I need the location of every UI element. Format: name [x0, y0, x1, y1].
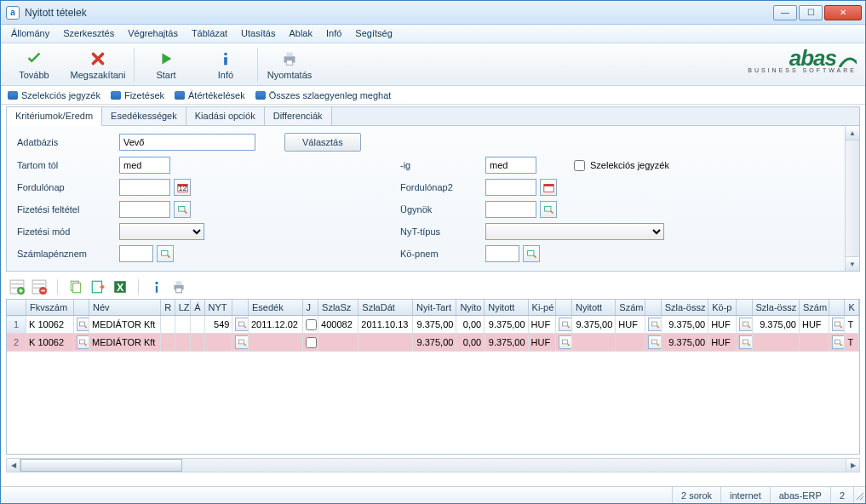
- grid-print-icon[interactable]: [171, 279, 186, 295]
- column-header[interactable]: Fkvszám: [26, 300, 73, 316]
- column-header[interactable]: SzlaSz: [318, 300, 358, 316]
- tab-differenciak[interactable]: Differenciák: [265, 107, 332, 125]
- cell-lookup-icon[interactable]: [559, 335, 571, 349]
- cell-lookup-icon[interactable]: [77, 318, 89, 331]
- cell-checkbox[interactable]: [306, 319, 317, 330]
- column-header[interactable]: LZ: [175, 300, 190, 316]
- menu-utasitas[interactable]: Utasítás: [234, 25, 282, 43]
- tab-kiadasi[interactable]: Kiadási opciók: [186, 107, 265, 125]
- close-button[interactable]: ✕: [824, 5, 862, 20]
- cell-lookup-icon[interactable]: [739, 318, 752, 331]
- cell-checkbox[interactable]: [306, 337, 317, 348]
- column-header[interactable]: [556, 300, 571, 316]
- data-grid[interactable]: FkvszámNévRLZÁNYTEsedékJSzlaSzSzlaDátNyi…: [6, 299, 860, 455]
- cell-lookup-icon[interactable]: [832, 318, 845, 331]
- menu-info[interactable]: Infó: [319, 25, 348, 43]
- column-header[interactable]: Nyitott: [485, 300, 528, 316]
- column-header[interactable]: Esedék: [248, 300, 302, 316]
- maximize-button[interactable]: ☐: [799, 5, 823, 20]
- tab-kriteriumok[interactable]: Kritériumok/Eredm: [7, 107, 102, 126]
- input-ugynok[interactable]: [485, 201, 536, 218]
- column-header[interactable]: Nyito: [456, 300, 485, 316]
- column-header[interactable]: [737, 300, 752, 316]
- cell-lookup-icon[interactable]: [648, 335, 661, 349]
- column-header[interactable]: K: [845, 300, 859, 316]
- lookup-icon[interactable]: [174, 201, 191, 218]
- menu-ablak[interactable]: Ablak: [282, 25, 319, 43]
- column-header[interactable]: [829, 300, 844, 316]
- column-header[interactable]: [645, 300, 661, 316]
- resize-grip-icon[interactable]: [853, 487, 865, 503]
- column-header[interactable]: [7, 300, 26, 316]
- menu-szerkesztes[interactable]: Szerkesztés: [56, 25, 121, 43]
- table-row[interactable]: 1K 10062MEDIÁTOR Kft5492011.12.024000822…: [7, 316, 859, 334]
- grid-copy-icon[interactable]: [68, 279, 83, 295]
- cell-lookup-icon[interactable]: [559, 318, 571, 331]
- toolbar-abort[interactable]: Megszakítani: [64, 45, 132, 84]
- column-header[interactable]: SzlaDát: [358, 300, 413, 316]
- calendar-icon[interactable]: [540, 179, 557, 196]
- lookup-icon[interactable]: [157, 245, 174, 262]
- toolbar-print[interactable]: Nyomtatás: [260, 45, 319, 84]
- grid-excel-icon[interactable]: X: [112, 279, 128, 295]
- lookup-icon[interactable]: [523, 245, 540, 262]
- cell-lookup-icon[interactable]: [739, 335, 752, 349]
- input-ko-pnem[interactable]: [485, 245, 519, 262]
- cell-lookup-icon[interactable]: [648, 318, 661, 331]
- input-tartom-tol[interactable]: [119, 157, 170, 174]
- link-szelekcio[interactable]: Szelekciós jegyzék: [8, 90, 100, 100]
- tab-esedekessegek[interactable]: Esedékességek: [102, 107, 186, 125]
- toolbar-continue[interactable]: Tovább: [4, 45, 64, 84]
- link-fizetesek[interactable]: Fizetések: [111, 90, 164, 100]
- checkbox-szel-jegyzek[interactable]: [574, 160, 585, 171]
- select-nyt-tipus[interactable]: [485, 223, 664, 240]
- minimize-button[interactable]: —: [773, 5, 797, 20]
- cell-lookup-icon[interactable]: [235, 335, 248, 349]
- square-icon: [8, 91, 18, 100]
- calendar-icon[interactable]: 12: [174, 179, 191, 196]
- column-header[interactable]: [232, 300, 248, 316]
- input-ig[interactable]: [485, 157, 536, 174]
- column-header[interactable]: Név: [89, 300, 161, 316]
- cell-lookup-icon[interactable]: [832, 335, 845, 349]
- scrollbar-thumb[interactable]: [20, 459, 182, 472]
- table-row[interactable]: 2K 10062MEDIÁTOR Kft9.375,000,009.375,00…: [7, 334, 859, 352]
- column-header[interactable]: Á: [191, 300, 204, 316]
- column-header[interactable]: Kö-p: [708, 300, 737, 316]
- input-fiz-feltetel[interactable]: [119, 201, 170, 218]
- horizontal-scrollbar[interactable]: ◀ ▶: [6, 458, 860, 472]
- column-header[interactable]: NYT: [204, 300, 232, 316]
- toolbar-info[interactable]: Infó: [196, 45, 255, 84]
- toolbar-start[interactable]: Start: [136, 45, 196, 84]
- button-valasztas[interactable]: Választás: [284, 133, 361, 152]
- input-fordulonap[interactable]: [119, 179, 170, 196]
- input-szamlapenznem[interactable]: [119, 245, 153, 262]
- grid-add-icon[interactable]: [9, 279, 25, 295]
- menu-vegrehajtas[interactable]: Végrehajtás: [121, 25, 185, 43]
- lookup-icon[interactable]: [540, 201, 557, 218]
- menu-allomany[interactable]: Állomány: [4, 25, 56, 43]
- menu-segitseg[interactable]: Segítség: [348, 25, 399, 43]
- grid-export-icon[interactable]: [90, 279, 106, 295]
- column-header[interactable]: Szám: [799, 300, 829, 316]
- grid-info-icon[interactable]: [149, 279, 164, 295]
- column-header[interactable]: Szám: [616, 300, 645, 316]
- link-osszes[interactable]: Összes szlaegyenleg meghat: [255, 90, 392, 100]
- column-header[interactable]: Nyitott: [571, 300, 615, 316]
- column-header[interactable]: R: [161, 300, 175, 316]
- column-header[interactable]: Szla-össz: [752, 300, 799, 316]
- menu-tablazat[interactable]: Táblázat: [185, 25, 234, 43]
- cell-lookup-icon[interactable]: [235, 318, 248, 331]
- input-adatbazis[interactable]: [119, 134, 255, 151]
- grid-remove-icon[interactable]: [32, 279, 47, 295]
- column-header[interactable]: Ki-pé: [528, 300, 556, 316]
- input-fordulonap2[interactable]: [485, 179, 536, 196]
- select-fiz-mod[interactable]: [119, 223, 204, 240]
- column-header[interactable]: Nyit-Tart: [413, 300, 456, 316]
- column-header[interactable]: [73, 300, 89, 316]
- column-header[interactable]: J: [302, 300, 318, 316]
- cell-lookup-icon[interactable]: [77, 335, 89, 349]
- column-header[interactable]: Szla-össz: [661, 300, 708, 316]
- panel-scrollbar[interactable]: ▲ ▼: [845, 126, 859, 271]
- link-atertekelesek[interactable]: Átértékelések: [175, 90, 245, 100]
